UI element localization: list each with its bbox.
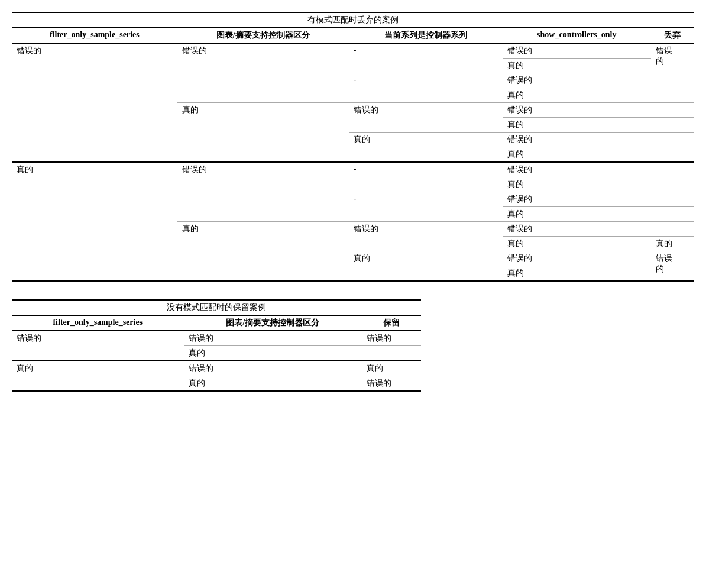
cell-current: 真的 <box>349 133 503 163</box>
col-header-filter: filter_only_sample_series <box>12 28 177 43</box>
cell-chart: 真的 <box>177 222 349 282</box>
cell-show: 错误的 <box>503 43 651 59</box>
cell-filter: 真的 <box>12 361 184 391</box>
table2-header-row: filter_only_sample_series 图表/摘要支持控制器区分 保… <box>12 315 421 331</box>
cell-current: 错误的 <box>349 103 503 133</box>
col-header-current: 当前系列是控制器系列 <box>349 28 503 43</box>
cell-discard <box>651 103 694 118</box>
cell-discard <box>651 222 694 237</box>
table1-bottom-border <box>12 281 694 282</box>
table-row: 错误的 错误的 - 错误的 错误的 <box>12 43 694 59</box>
cell-filter: 错误的 <box>12 331 184 361</box>
cell-filter: 真的 <box>12 162 177 281</box>
cell-discard: 错误的 <box>651 251 694 282</box>
cell-chart: 错误的 <box>184 361 362 376</box>
cell-current: - <box>349 192 503 222</box>
page-wrapper: 有模式匹配时丢弃的案例 filter_only_sample_series 图表… <box>12 12 694 392</box>
cell-show: 错误的 <box>503 73 651 88</box>
cell-discard <box>651 207 694 222</box>
cell-discard: 真的 <box>651 237 694 251</box>
cell-show: 错误的 <box>503 222 651 237</box>
col2-header-chart: 图表/摘要支持控制器区分 <box>184 315 362 331</box>
cell-current: 真的 <box>349 251 503 282</box>
cell-discard <box>651 177 694 192</box>
cell-chart: 错误的 <box>184 331 362 346</box>
cell-keep <box>362 346 422 361</box>
cell-discard <box>651 73 694 88</box>
col-header-discard: 丢弃 <box>651 28 694 43</box>
cell-show: 真的 <box>503 88 651 103</box>
cell-show: 错误的 <box>503 251 651 266</box>
cell-show: 真的 <box>503 237 651 251</box>
cell-show: 错误的 <box>503 103 651 118</box>
table-keep-cases: 没有模式匹配时的保留案例 filter_only_sample_series 图… <box>12 299 421 392</box>
cell-chart: 真的 <box>184 346 362 361</box>
cell-chart: 真的 <box>177 103 349 163</box>
table-discard-cases: 有模式匹配时丢弃的案例 filter_only_sample_series 图表… <box>12 12 694 282</box>
table1-caption-row: 有模式匹配时丢弃的案例 <box>12 12 694 28</box>
cell-show: 真的 <box>503 59 651 73</box>
table-row: 真的 错误的 - 错误的 <box>12 162 694 177</box>
cell-keep: 真的 <box>362 361 422 376</box>
cell-show: 真的 <box>503 177 651 192</box>
cell-discard <box>651 133 694 147</box>
table2-caption: 没有模式匹配时的保留案例 <box>12 300 421 315</box>
cell-show: 真的 <box>503 118 651 133</box>
cell-show: 错误的 <box>503 133 651 147</box>
cell-chart: 错误的 <box>177 43 349 103</box>
cell-filter: 错误的 <box>12 43 177 162</box>
cell-current: - <box>349 73 503 103</box>
cell-show: 错误的 <box>503 192 651 207</box>
cell-keep: 错误的 <box>362 331 422 346</box>
cell-discard <box>651 162 694 177</box>
cell-chart: 错误的 <box>177 162 349 222</box>
cell-discard <box>651 118 694 133</box>
col2-header-keep: 保留 <box>362 315 422 331</box>
cell-show: 错误的 <box>503 162 651 177</box>
cell-show: 真的 <box>503 266 651 282</box>
table1-caption: 有模式匹配时丢弃的案例 <box>12 12 694 28</box>
table-row: 真的 错误的 真的 <box>12 361 421 376</box>
cell-discard <box>651 147 694 163</box>
col2-header-filter: filter_only_sample_series <box>12 315 184 331</box>
cell-show: 真的 <box>503 207 651 222</box>
table1-header-row: filter_only_sample_series 图表/摘要支持控制器区分 当… <box>12 28 694 43</box>
table-row: 错误的 错误的 错误的 <box>12 331 421 346</box>
cell-discard <box>651 192 694 207</box>
cell-current: 错误的 <box>349 222 503 251</box>
col-header-show: show_controllers_only <box>503 28 651 43</box>
cell-current: - <box>349 43 503 73</box>
cell-chart: 真的 <box>184 376 362 392</box>
col-header-chart: 图表/摘要支持控制器区分 <box>177 28 349 43</box>
table2-bottom-border <box>12 391 421 392</box>
table2-caption-row: 没有模式匹配时的保留案例 <box>12 300 421 315</box>
cell-discard: 错误的 <box>651 43 694 73</box>
cell-keep: 错误的 <box>362 376 422 392</box>
cell-discard <box>651 88 694 103</box>
cell-show: 真的 <box>503 147 651 163</box>
cell-current: - <box>349 162 503 192</box>
